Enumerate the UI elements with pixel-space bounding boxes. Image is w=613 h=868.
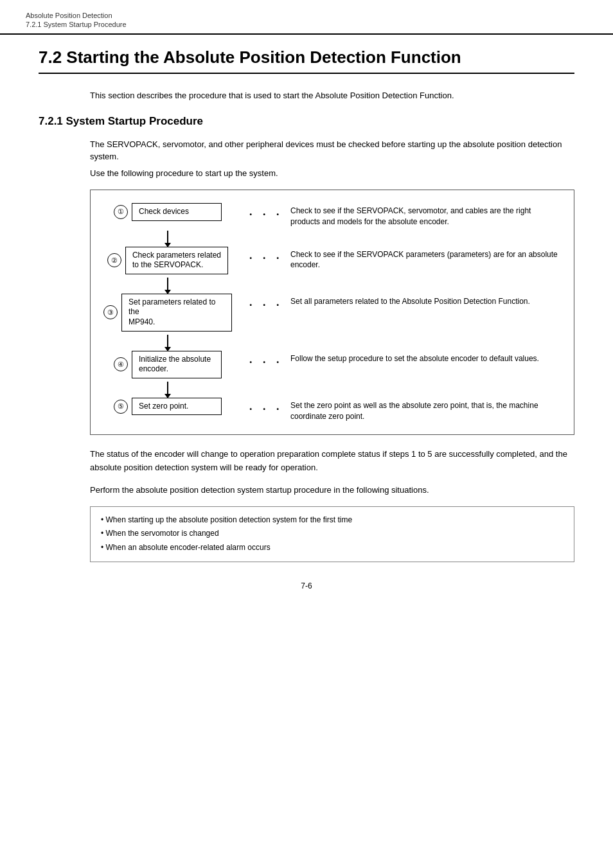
chapter-title: 7.2 Starting the Absolute Position Detec… [39,48,574,74]
flow-row-5: ⑤ Set zero point. ・・・ Set the zero point… [103,398,561,422]
flow-left-1: ① Check devices [103,203,232,221]
arrow-visual-1 [103,227,232,247]
arrow-line-3 [167,335,168,348]
status-para1: The status of the encoder will change to… [90,448,574,475]
arrow-col-4 [103,378,232,398]
subsection-desc2: Use the following procedure to start up … [90,167,574,180]
info-item-1: • When starting up the absolute position… [101,513,564,527]
flow-note-area-2: ・・・ Check to see if the SERVOPACK parame… [232,247,561,271]
flow-arrow-4 [103,378,561,398]
info-item-2: • When the servomotor is changed [101,527,564,541]
page-number: 7-6 [301,581,312,590]
flow-arrow-1 [103,227,561,247]
flow-step-1: ① Check devices [114,203,222,221]
flow-arrow-2 [103,274,561,294]
step-box-5: Set zero point. [132,398,222,416]
flow-note-1: Check to see if the SERVOPACK, servomoto… [290,206,561,227]
flow-step-4: ④ Initialize the absoluteencoder. [114,351,222,378]
flow-note-area-5: ・・・ Set the zero point as well as the ab… [232,398,561,422]
subsection-body: The SERVOPACK, servomotor, and other per… [90,138,574,562]
flow-left-2: ② Check parameters relatedto the SERVOPA… [103,247,232,274]
step-box-3: Set parameters related to theMP940. [121,294,232,332]
step-circle-2: ② [107,253,121,267]
flow-dots-2: ・・・ [245,249,285,266]
flowchart: ① Check devices ・・・ Check to see if the … [90,190,574,435]
flow-dots-1: ・・・ [245,206,285,222]
flow-dots-3: ・・・ [245,296,285,313]
subsection-title: 7.2.1 System Startup Procedure [39,115,574,128]
step-circle-5: ⑤ [114,400,128,414]
info-box: • When starting up the absolute position… [90,506,574,562]
step-circle-3: ③ [103,305,118,319]
arrow-col-1 [103,227,232,247]
flow-note-3: Set all parameters related to the Absolu… [290,296,561,307]
page: Absolute Position Detection 7.2.1 System… [0,0,613,868]
step-circle-1: ① [114,205,128,219]
subsection-desc1: The SERVOPACK, servomotor, and other per… [90,138,574,163]
header-top-label: Absolute Position Detection [26,12,587,19]
header-sub-label: 7.2.1 System Startup Procedure [26,21,587,31]
arrow-line-1 [167,231,168,244]
flow-note-4: Follow the setup procedure to set the ab… [290,353,561,364]
flow-left-3: ③ Set parameters related to theMP940. [103,294,232,332]
arrow-line-4 [167,382,168,394]
flow-note-area-3: ・・・ Set all parameters related to the Ab… [232,294,561,313]
flow-step-2: ② Check parameters relatedto the SERVOPA… [107,247,228,274]
flow-step-5: ⑤ Set zero point. [114,398,222,416]
arrow-visual-4 [103,378,232,398]
content-area: 7.2 Starting the Absolute Position Detec… [0,35,613,616]
info-item-3: • When an absolute encoder-related alarm… [101,541,564,555]
flow-step-3: ③ Set parameters related to theMP940. [103,294,232,332]
flow-row-4: ④ Initialize the absoluteencoder. ・・・ Fo… [103,351,561,378]
flow-note-area-1: ・・・ Check to see if the SERVOPACK, servo… [232,203,561,227]
flow-note-2: Check to see if the SERVOPACK parameters… [290,249,561,271]
flow-left-4: ④ Initialize the absoluteencoder. [103,351,232,378]
arrow-col-2 [103,274,232,294]
arrow-line-2 [167,278,168,290]
flow-note-5: Set the zero point as well as the absolu… [290,400,561,422]
step-box-2: Check parameters relatedto the SERVOPACK… [125,247,228,274]
flow-row-2: ② Check parameters relatedto the SERVOPA… [103,247,561,274]
arrow-visual-3 [103,332,232,351]
flow-dots-5: ・・・ [245,400,285,417]
intro-text: This section describes the procedure tha… [90,89,574,102]
step-box-4: Initialize the absoluteencoder. [132,351,222,378]
flow-arrow-3 [103,332,561,351]
flow-row-1: ① Check devices ・・・ Check to see if the … [103,203,561,227]
step-circle-4: ④ [114,357,128,371]
flow-row-3: ③ Set parameters related to theMP940. ・・… [103,294,561,332]
page-footer: 7-6 [39,581,574,590]
arrow-col-3 [103,332,232,351]
status-para2: Perform the absolute position detection … [90,484,574,497]
flow-left-5: ⑤ Set zero point. [103,398,232,416]
section-intro: This section describes the procedure tha… [90,89,574,102]
flow-note-area-4: ・・・ Follow the setup procedure to set th… [232,351,561,370]
header: Absolute Position Detection 7.2.1 System… [0,0,613,35]
arrow-visual-2 [103,274,232,294]
flow-dots-4: ・・・ [245,353,285,370]
step-box-1: Check devices [132,203,222,221]
